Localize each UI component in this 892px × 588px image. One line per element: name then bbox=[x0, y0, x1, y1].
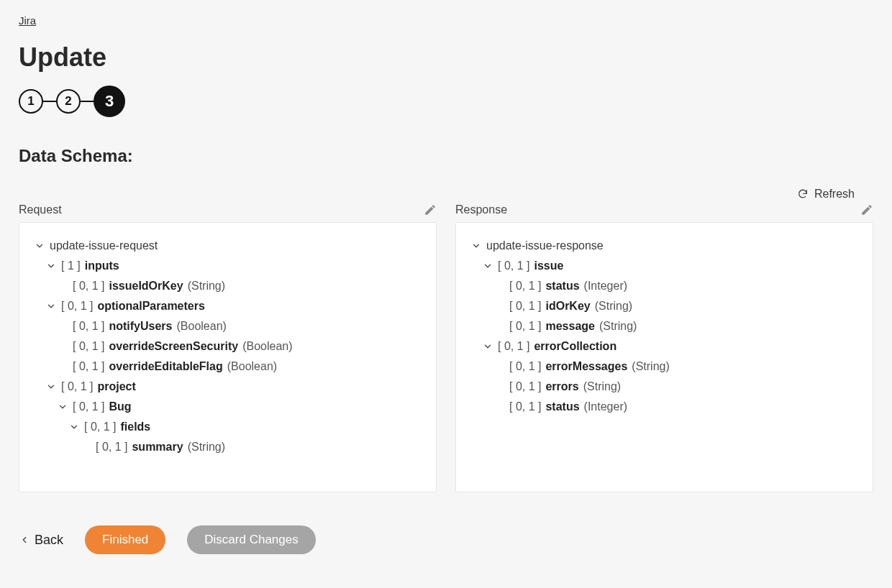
response-title: Response bbox=[455, 203, 507, 216]
tree-node-cardinality: [ 0, 1 ] bbox=[509, 380, 541, 393]
tree-node-overrideEditableFlag[interactable]: [ 0, 1 ] overrideEditableFlag (Boolean) bbox=[34, 357, 422, 377]
tree-node-name: inputs bbox=[85, 259, 119, 272]
chevron-down-icon bbox=[482, 260, 493, 272]
tree-node-name: project bbox=[97, 380, 135, 393]
page-title: Update bbox=[19, 42, 873, 73]
chevron-down-icon bbox=[57, 401, 68, 413]
tree-node-cardinality: [ 0, 1 ] bbox=[73, 280, 104, 293]
back-label: Back bbox=[35, 533, 63, 548]
tree-node-name: idOrKey bbox=[545, 300, 590, 313]
tree-node-cardinality: [ 0, 1 ] bbox=[498, 259, 529, 272]
tree-node-cardinality: [ 0, 1 ] bbox=[61, 300, 93, 313]
section-title: Data Schema: bbox=[19, 146, 873, 166]
chevron-down-icon bbox=[45, 381, 57, 392]
request-title: Request bbox=[19, 203, 62, 216]
tree-node-bug[interactable]: [ 0, 1 ] Bug bbox=[34, 397, 422, 417]
discard-changes-button[interactable]: Discard Changes bbox=[187, 525, 315, 554]
tree-node-name: optionalParameters bbox=[97, 300, 204, 313]
tree-node-name: errorCollection bbox=[534, 340, 616, 353]
tree-node-cardinality: [ 0, 1 ] bbox=[509, 300, 541, 313]
chevron-left-icon bbox=[19, 534, 30, 546]
chevron-down-icon bbox=[470, 240, 482, 252]
tree-node-root[interactable]: update-issue-request bbox=[34, 236, 422, 256]
tree-node-project[interactable]: [ 0, 1 ] project bbox=[34, 377, 422, 397]
request-column: Request update-issue-request [ 1 ] input… bbox=[19, 203, 437, 492]
tree-node-cardinality: [ 0, 1 ] bbox=[73, 400, 104, 413]
chevron-down-icon bbox=[34, 240, 45, 252]
tree-node-type: (Integer) bbox=[584, 400, 627, 413]
tree-node-inputs[interactable]: [ 1 ] inputs bbox=[34, 256, 422, 276]
step-1[interactable]: 1 bbox=[19, 89, 43, 114]
tree-node-type: (String) bbox=[188, 441, 225, 454]
tree-node-name: message bbox=[545, 320, 595, 333]
tree-node-label: update-issue-request bbox=[50, 239, 158, 252]
tree-node-cardinality: [ 0, 1 ] bbox=[96, 441, 127, 454]
step-connector bbox=[81, 101, 94, 102]
step-2[interactable]: 2 bbox=[56, 89, 81, 114]
tree-node-message[interactable]: [ 0, 1 ] message (String) bbox=[470, 316, 858, 336]
tree-node-type: (String) bbox=[583, 380, 621, 393]
chevron-down-icon bbox=[482, 341, 493, 352]
tree-node-errorMessages[interactable]: [ 0, 1 ] errorMessages (String) bbox=[470, 357, 858, 377]
tree-node-cardinality: [ 0, 1 ] bbox=[498, 340, 529, 353]
tree-node-notifyUsers[interactable]: [ 0, 1 ] notifyUsers (Boolean) bbox=[34, 316, 422, 336]
tree-node-root[interactable]: update-issue-response bbox=[470, 236, 858, 256]
tree-node-optionalParameters[interactable]: [ 0, 1 ] optionalParameters bbox=[34, 296, 422, 316]
tree-node-name: status bbox=[545, 400, 579, 413]
tree-node-name: errors bbox=[545, 380, 578, 393]
response-column: Response update-issue-response [ 0, 1 ] … bbox=[455, 203, 873, 492]
tree-node-cardinality: [ 0, 1 ] bbox=[73, 360, 104, 373]
tree-node-cardinality: [ 0, 1 ] bbox=[84, 421, 116, 433]
tree-node-summary[interactable]: [ 0, 1 ] summary (String) bbox=[34, 437, 422, 457]
tree-node-name: issue bbox=[534, 259, 563, 272]
tree-node-errorCollection[interactable]: [ 0, 1 ] errorCollection bbox=[470, 336, 858, 357]
step-connector bbox=[43, 101, 56, 102]
tree-node-name: status bbox=[545, 280, 579, 293]
tree-node-ec-status[interactable]: [ 0, 1 ] status (Integer) bbox=[470, 397, 858, 417]
refresh-button[interactable]: Refresh bbox=[19, 188, 873, 201]
tree-node-cardinality: [ 0, 1 ] bbox=[61, 380, 93, 393]
tree-node-type: (Boolean) bbox=[177, 320, 227, 333]
tree-node-type: (String) bbox=[599, 320, 637, 333]
pencil-icon bbox=[860, 203, 873, 216]
tree-node-overrideScreenSecurity[interactable]: [ 0, 1 ] overrideScreenSecurity (Boolean… bbox=[34, 336, 422, 357]
breadcrumb: Jira bbox=[19, 14, 873, 27]
tree-node-issue[interactable]: [ 0, 1 ] issue bbox=[470, 256, 858, 276]
tree-node-name: errorMessages bbox=[545, 360, 627, 373]
tree-node-idOrKey[interactable]: [ 0, 1 ] idOrKey (String) bbox=[470, 296, 858, 316]
tree-node-fields[interactable]: [ 0, 1 ] fields bbox=[34, 417, 422, 437]
tree-node-cardinality: [ 0, 1 ] bbox=[509, 280, 541, 293]
pencil-icon bbox=[424, 203, 437, 216]
tree-node-cardinality: [ 0, 1 ] bbox=[73, 340, 104, 353]
tree-node-type: (String) bbox=[188, 280, 225, 293]
refresh-icon bbox=[797, 188, 809, 200]
back-button[interactable]: Back bbox=[19, 533, 63, 548]
tree-node-type: (Boolean) bbox=[227, 360, 277, 373]
tree-node-cardinality: [ 0, 1 ] bbox=[509, 320, 541, 333]
edit-response-button[interactable] bbox=[860, 203, 873, 216]
finished-button[interactable]: Finished bbox=[85, 525, 165, 554]
response-panel: update-issue-response [ 0, 1 ] issue [ 0… bbox=[455, 222, 873, 492]
edit-request-button[interactable] bbox=[424, 203, 437, 216]
tree-node-name: fields bbox=[120, 421, 150, 433]
breadcrumb-link-jira[interactable]: Jira bbox=[19, 14, 36, 27]
tree-node-type: (String) bbox=[595, 300, 632, 313]
request-panel: update-issue-request [ 1 ] inputs [ 0, 1… bbox=[19, 222, 437, 492]
stepper: 1 2 3 bbox=[19, 86, 873, 117]
step-3[interactable]: 3 bbox=[94, 86, 125, 117]
tree-node-errors[interactable]: [ 0, 1 ] errors (String) bbox=[470, 377, 858, 397]
tree-node-label: update-issue-response bbox=[486, 239, 604, 252]
tree-node-name: overrideScreenSecurity bbox=[109, 340, 238, 353]
chevron-down-icon bbox=[45, 300, 57, 312]
chevron-down-icon bbox=[45, 260, 57, 272]
tree-node-cardinality: [ 0, 1 ] bbox=[73, 320, 104, 333]
chevron-down-icon bbox=[68, 421, 80, 433]
tree-node-issueIdOrKey[interactable]: [ 0, 1 ] issueIdOrKey (String) bbox=[34, 276, 422, 296]
tree-node-status[interactable]: [ 0, 1 ] status (Integer) bbox=[470, 276, 858, 296]
tree-node-name: overrideEditableFlag bbox=[109, 360, 222, 373]
tree-node-name: Bug bbox=[109, 400, 131, 413]
tree-node-cardinality: [ 0, 1 ] bbox=[509, 360, 541, 373]
tree-node-cardinality: [ 0, 1 ] bbox=[509, 400, 541, 413]
tree-node-cardinality: [ 1 ] bbox=[61, 259, 81, 272]
tree-node-type: (Boolean) bbox=[242, 340, 292, 353]
